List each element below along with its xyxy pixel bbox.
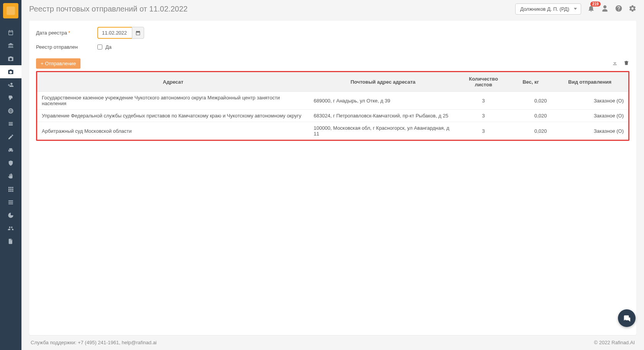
profile-icon[interactable]	[601, 5, 609, 13]
registry-card: Дата реестра* Реестр отправлен Да + Отпр…	[29, 21, 636, 335]
settings-icon[interactable]	[629, 5, 636, 13]
nav-calendar[interactable]	[0, 26, 21, 39]
trash-icon	[623, 60, 629, 66]
date-input[interactable]	[97, 27, 132, 39]
table-row[interactable]: Арбитражный суд Московской области100000…	[37, 122, 628, 140]
col-addressee: Адресат	[37, 72, 309, 92]
nav-camera[interactable]	[0, 52, 21, 65]
cell-addressee: Управление Федеральной службы судебных п…	[37, 110, 309, 122]
cell-sheets: 3	[457, 110, 510, 122]
support-text: Служба поддержки: +7 (495) 241-1961, hel…	[31, 340, 157, 345]
cell-type: Заказное (О)	[552, 92, 628, 110]
copyright-text: © 2022 Rafinad.AI	[594, 340, 635, 345]
cell-postal: 683024, г Петропавловск-Камчатский, пр-к…	[309, 110, 457, 122]
nav-doc[interactable]	[0, 235, 21, 248]
nav-rows[interactable]	[0, 196, 21, 209]
nav-grid[interactable]	[0, 183, 21, 196]
help-icon[interactable]	[615, 5, 623, 13]
nav-add-user[interactable]	[0, 78, 21, 91]
nav-edit[interactable]	[0, 130, 21, 144]
cell-weight: 0,020	[510, 92, 552, 110]
user-dropdown[interactable]: Должников Д. П. (РД)	[515, 3, 581, 15]
nav-bank[interactable]	[0, 39, 21, 52]
cell-weight: 0,020	[510, 122, 552, 140]
shipments-table: Адресат Почтовый адрес адресата Количест…	[36, 71, 629, 141]
cell-postal: 689000, г Анадырь, ул Отке, д 39	[309, 92, 457, 110]
cell-sheets: 3	[457, 122, 510, 140]
add-shipment-button[interactable]: + Отправление	[36, 58, 80, 69]
nav-list[interactable]	[0, 117, 21, 130]
table-row[interactable]: Управление Федеральной службы судебных п…	[37, 110, 628, 122]
cell-type: Заказное (О)	[552, 110, 628, 122]
nav-thumb[interactable]	[0, 91, 21, 104]
nav-car[interactable]	[0, 144, 21, 157]
nav-chart[interactable]	[0, 209, 21, 222]
nav-shield[interactable]	[0, 157, 21, 170]
cell-addressee: Арбитражный суд Московской области	[37, 122, 309, 140]
nav-mail-registry[interactable]	[0, 65, 21, 78]
sent-label: Реестр отправлен	[36, 44, 97, 50]
topbar: Реестр почтовых отправлений от 11.02.202…	[21, 0, 644, 18]
col-type: Вид отправления	[552, 72, 628, 92]
cell-weight: 0,020	[510, 110, 552, 122]
col-sheets: Количество листов	[457, 72, 510, 92]
nav-globe[interactable]	[0, 104, 21, 117]
table-row[interactable]: Государственное казенное учреждение Чуко…	[37, 92, 628, 110]
notifications-badge: 219	[590, 2, 601, 7]
calendar-icon	[135, 30, 141, 36]
cell-postal: 100000, Московская обл, г Красногорск, у…	[309, 122, 457, 140]
footer: Служба поддержки: +7 (495) 241-1961, hel…	[29, 335, 636, 350]
sent-checkbox-label: Да	[105, 44, 112, 50]
cell-sheets: 3	[457, 92, 510, 110]
nav-users[interactable]	[0, 222, 21, 235]
page-title: Реестр почтовых отправлений от 11.02.202…	[29, 5, 187, 13]
cell-addressee: Государственное казенное учреждение Чуко…	[37, 92, 309, 110]
notifications-button[interactable]: 219	[587, 5, 595, 13]
col-weight: Вес, кг	[510, 72, 552, 92]
sent-checkbox[interactable]	[97, 45, 102, 50]
user-name: Должников Д. П. (РД)	[520, 6, 569, 12]
app-logo[interactable]	[3, 3, 18, 18]
chat-fab[interactable]	[618, 309, 636, 327]
download-icon	[612, 60, 618, 66]
col-postal: Почтовый адрес адресата	[309, 72, 457, 92]
sidebar	[0, 0, 21, 350]
chat-icon	[623, 314, 631, 322]
date-picker-button[interactable]	[132, 27, 144, 39]
download-button[interactable]	[612, 60, 618, 67]
date-label: Дата реестра*	[36, 30, 97, 36]
delete-button[interactable]	[623, 60, 629, 67]
nav-hand[interactable]	[0, 170, 21, 183]
cell-type: Заказное (О)	[552, 122, 628, 140]
